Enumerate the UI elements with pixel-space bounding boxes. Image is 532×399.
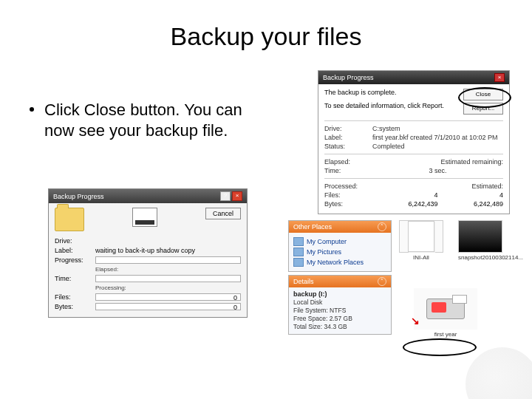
close-icon[interactable]: × xyxy=(232,191,242,201)
details-line: Total Size: 34.3 GB xyxy=(293,323,386,330)
other-places-panel: Other Places˄ My Computer My Pictures My… xyxy=(288,220,392,272)
drive-label: Drive: xyxy=(55,237,95,245)
label-value: waiting to back-it-up shadow copy xyxy=(95,247,195,254)
sidebar-item-my-computer[interactable]: My Computer xyxy=(293,237,386,246)
file-thumbnail-backup[interactable]: ↘ first year xyxy=(414,288,477,338)
drive-value: C:system xyxy=(372,125,503,132)
progress-label: Progress: xyxy=(55,256,95,264)
bullet-dot-icon xyxy=(30,107,34,112)
time-label: Time: xyxy=(324,167,372,174)
progressbar xyxy=(95,256,241,264)
backup-progress-complete-dialog: Backup Progress × The backup is complete… xyxy=(318,70,510,214)
panel-heading[interactable]: Other Places˄ xyxy=(289,221,391,233)
time-label: Time: xyxy=(55,275,95,282)
backup-progress-running-dialog: Backup Progress ? × Cancel Drive: Label:… xyxy=(48,188,248,318)
files-estimated: 4 xyxy=(438,191,504,199)
dialog-titlebar[interactable]: Backup Progress ? × xyxy=(49,189,247,203)
label-label: Label: xyxy=(55,247,95,254)
details-line: Free Space: 2.57 GB xyxy=(293,315,386,322)
document-icon xyxy=(399,220,443,253)
file-thumbnail[interactable]: snapshot20100302114... xyxy=(458,220,502,261)
panel-heading-text: Other Places xyxy=(293,223,332,231)
cancel-button[interactable]: Cancel xyxy=(205,208,241,219)
label-value: first year.bkf created 7/1/2010 at 10:02… xyxy=(372,134,503,141)
thumbnail-label: first year xyxy=(414,331,477,338)
sidebar-item-label: My Pictures xyxy=(307,248,341,256)
panel-heading[interactable]: Details˄ xyxy=(289,276,391,287)
pictures-icon xyxy=(293,248,304,256)
image-icon xyxy=(458,220,502,253)
files-value: 0 xyxy=(95,293,241,301)
time-value: 3 sec. xyxy=(372,167,503,174)
bullet-text: Click Close button. You can now see your… xyxy=(44,100,273,140)
files-label: Files: xyxy=(55,293,95,301)
status-label: Status: xyxy=(324,143,372,150)
explorer-sidebar: Other Places˄ My Computer My Pictures My… xyxy=(288,220,392,338)
backup-complete-text: The backup is complete. xyxy=(324,89,463,96)
detail-report-text: To see detailed information, click Repor… xyxy=(324,102,463,109)
details-line: Local Disk xyxy=(293,299,386,306)
details-panel: Details˄ backup (I:) Local Disk File Sys… xyxy=(288,275,392,335)
processing-label: Processing: xyxy=(95,284,126,291)
drive-label: Drive: xyxy=(324,125,372,132)
report-button[interactable]: Report... xyxy=(463,103,503,115)
thumbnail-label: snapshot20100302114... xyxy=(458,254,502,261)
arrow-icon: ↘ xyxy=(411,315,420,327)
close-button[interactable]: Close xyxy=(463,89,503,100)
chevron-up-icon[interactable]: ˄ xyxy=(378,277,386,286)
dialog-title-text: Backup Progress xyxy=(323,74,374,81)
thumbnail-label: INI-All xyxy=(399,254,443,261)
chevron-up-icon[interactable]: ˄ xyxy=(378,222,386,231)
computer-icon xyxy=(293,237,304,246)
details-line: File System: NTFS xyxy=(293,307,386,314)
bytes-estimated: 6,242,489 xyxy=(438,200,504,208)
drive-icon xyxy=(132,208,157,227)
files-processed: 4 xyxy=(372,191,438,199)
remaining-header: Estimated remaining: xyxy=(440,158,503,166)
status-value: Completed xyxy=(372,143,503,150)
sidebar-item-label: My Computer xyxy=(307,238,347,245)
label-label: Label: xyxy=(324,134,372,141)
file-thumbnail[interactable]: INI-All xyxy=(399,220,443,261)
help-icon[interactable]: ? xyxy=(220,191,231,201)
timebar xyxy=(95,275,241,282)
bullet-item: Click Close button. You can now see your… xyxy=(44,100,273,140)
details-title: backup (I:) xyxy=(293,290,386,298)
sidebar-item-label: My Network Places xyxy=(307,259,364,266)
bytes-label: Bytes: xyxy=(324,200,372,208)
processed-header: Processed: xyxy=(324,183,358,190)
estimated-header: Estimated: xyxy=(471,183,503,190)
elapsed-label: Elapsed: xyxy=(95,266,118,273)
elapsed-header: Elapsed: xyxy=(324,158,350,166)
bytes-value: 0 xyxy=(95,303,241,310)
dialog-titlebar[interactable]: Backup Progress × xyxy=(318,71,509,84)
sidebar-item-my-pictures[interactable]: My Pictures xyxy=(293,248,386,256)
files-label: Files: xyxy=(324,191,372,199)
backup-file-icon: ↘ xyxy=(414,288,477,330)
slide-title: Backup your files xyxy=(0,22,532,51)
sidebar-item-my-network-places[interactable]: My Network Places xyxy=(293,258,386,267)
panel-heading-text: Details xyxy=(293,278,314,285)
dialog-title-text: Backup Progress xyxy=(53,193,104,200)
folder-icon xyxy=(55,208,84,231)
close-icon[interactable]: × xyxy=(494,73,505,82)
network-icon xyxy=(293,258,304,267)
bytes-processed: 6,242,439 xyxy=(372,200,438,208)
bytes-label: Bytes: xyxy=(55,303,95,310)
